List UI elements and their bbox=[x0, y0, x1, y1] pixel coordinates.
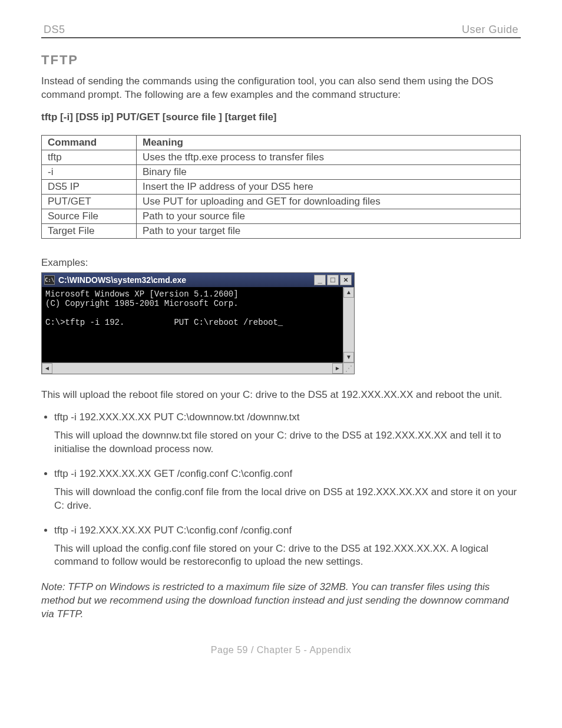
cmd-window: C:\ C:\WINDOWS\system32\cmd.exe _ □ × Mi… bbox=[41, 272, 355, 374]
after-cmd-paragraph: This will upload the reboot file stored … bbox=[41, 388, 521, 402]
page-header: DS5 User Guide bbox=[41, 24, 521, 36]
table-row: Target File Path to your target file bbox=[42, 223, 521, 238]
page: DS5 User Guide TFTP Instead of sending t… bbox=[0, 0, 562, 728]
list-item: tftp -i 192.XXX.XX.XX PUT C:\downnow.txt… bbox=[54, 411, 521, 456]
cmd-icon: C:\ bbox=[44, 275, 55, 285]
cmd-vscrollbar[interactable]: ▲ ▼ bbox=[343, 287, 354, 363]
examples-list: tftp -i 192.XXX.XX.XX PUT C:\downnow.txt… bbox=[41, 411, 521, 569]
table-row: Source File Path to your source file bbox=[42, 209, 521, 223]
header-rule bbox=[41, 37, 521, 38]
cmd-title-text: C:\WINDOWS\system32\cmd.exe bbox=[58, 275, 186, 285]
table-row: tftp Uses the tftp.exe process to transf… bbox=[42, 150, 521, 164]
cmd-hscrollbar[interactable]: ◄ ► ⋰ bbox=[42, 363, 354, 374]
header-left: DS5 bbox=[44, 24, 65, 36]
minimize-button[interactable]: _ bbox=[314, 275, 326, 285]
header-right: User Guide bbox=[462, 24, 518, 36]
example-command: tftp -i 192.XXX.XX.XX PUT C:\config.conf… bbox=[54, 525, 292, 536]
table-header-meaning: Meaning bbox=[137, 135, 521, 150]
command-table: Command Meaning tftp Uses the tftp.exe p… bbox=[41, 135, 521, 239]
note-paragraph: Note: TFTP on Windows is restricted to a… bbox=[41, 581, 521, 621]
resize-grip-icon[interactable]: ⋰ bbox=[343, 363, 354, 374]
list-item: tftp -i 192.XXX.XX.XX PUT C:\config.conf… bbox=[54, 525, 521, 569]
example-command: tftp -i 192.XXX.XX.XX GET /config.conf C… bbox=[54, 468, 292, 479]
intro-paragraph: Instead of sending the commands using th… bbox=[41, 75, 521, 102]
example-desc: This will upload the config.conf file st… bbox=[54, 542, 521, 569]
examples-label: Examples: bbox=[41, 256, 521, 270]
example-desc: This will upload the downnw.txt file sto… bbox=[54, 429, 521, 456]
example-desc: This will download the config.conf file … bbox=[54, 486, 521, 513]
table-header-command: Command bbox=[42, 135, 137, 150]
cmd-titlebar[interactable]: C:\ C:\WINDOWS\system32\cmd.exe _ □ × bbox=[42, 273, 354, 287]
command-syntax: tftp [-i] [DS5 ip] PUT/GET [source file … bbox=[41, 111, 521, 123]
section-title: TFTP bbox=[41, 52, 521, 68]
scroll-track[interactable] bbox=[52, 363, 332, 374]
table-row: PUT/GET Use PUT for uploading and GET fo… bbox=[42, 194, 521, 209]
list-item: tftp -i 192.XXX.XX.XX GET /config.conf C… bbox=[54, 468, 521, 513]
scroll-left-icon[interactable]: ◄ bbox=[42, 363, 52, 374]
close-button[interactable]: × bbox=[340, 275, 352, 285]
table-row: DS5 IP Insert the IP address of your DS5… bbox=[42, 179, 521, 194]
table-row: -i Binary file bbox=[42, 164, 521, 179]
scroll-right-icon[interactable]: ► bbox=[332, 363, 343, 374]
maximize-button[interactable]: □ bbox=[327, 275, 339, 285]
cmd-body[interactable]: Microsoft Windows XP [Version 5.1.2600] … bbox=[42, 287, 343, 363]
scroll-down-icon[interactable]: ▼ bbox=[343, 352, 354, 363]
example-command: tftp -i 192.XXX.XX.XX PUT C:\downnow.txt… bbox=[54, 411, 299, 423]
scroll-up-icon[interactable]: ▲ bbox=[343, 287, 354, 298]
page-footer: Page 59 / Chapter 5 - Appendix bbox=[41, 645, 521, 655]
